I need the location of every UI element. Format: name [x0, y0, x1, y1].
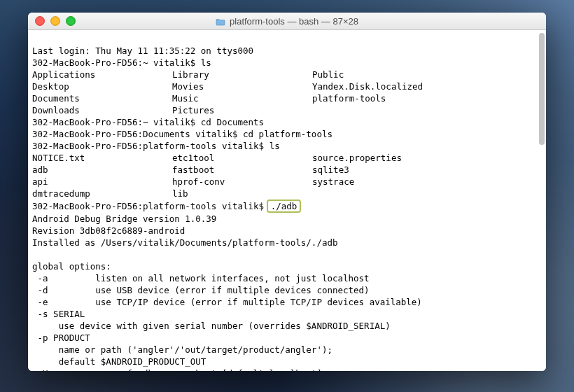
line-opt-p-desc1: name or path ('angler'/'out/target/produ… [32, 344, 332, 355]
line-opt-a: -a listen on all network interfaces, not… [32, 273, 370, 284]
line-adb-prompt-prefix: 302-MacBook-Pro-FD56:platform-tools vita… [32, 201, 270, 211]
title-rest: — bash — 87×28 [285, 16, 358, 27]
terminal-viewport[interactable]: Last login: Thu May 11 11:35:22 on ttys0… [28, 30, 546, 371]
scrollbar-thumb[interactable] [539, 33, 545, 145]
close-icon[interactable] [35, 16, 45, 26]
line-prompt-ls-home: 302-MacBook-Pro-FD56:~ vitalik$ ls [32, 57, 211, 68]
line-opt-p-desc2: default $ANDROID_PRODUCT_OUT [32, 356, 206, 367]
window-titlebar[interactable]: platform-tools — bash — 87×28 [28, 13, 546, 30]
scrollbar-track[interactable] [539, 33, 545, 368]
line-global-options-header: global options: [32, 261, 111, 272]
highlighted-command: ./adb [267, 200, 302, 213]
window-title: platform-tools — bash — 87×28 [28, 16, 546, 27]
line-opt-d: -d use USB device (error if multiple dev… [32, 285, 370, 295]
line-adb-version: Android Debug Bridge version 1.0.39 [32, 214, 216, 224]
line-prompt-ls-pt: 302-MacBook-Pro-FD56:platform-tools vita… [32, 141, 280, 151]
line-adb-revision: Revision 3db08f2c6889-android [32, 225, 185, 236]
zoom-icon[interactable] [66, 16, 76, 26]
line-opt-e: -e use TCP/IP device (error if multiple … [32, 297, 422, 307]
traffic-lights [28, 16, 76, 26]
ls-pt-output: NOTICE.txtetc1toolsource.properties [32, 152, 542, 164]
line-cd-documents: 302-MacBook-Pro-FD56:~ vitalik$ cd Docum… [32, 117, 264, 127]
line-last-login: Last login: Thu May 11 11:35:22 on ttys0… [32, 46, 253, 56]
line-opt-h: -H name of adb server host [default=loca… [32, 368, 322, 371]
title-folder: platform-tools [230, 16, 285, 27]
line-cd-platform-tools: 302-MacBook-Pro-FD56:Documents vitalik$ … [32, 129, 332, 139]
minimize-icon[interactable] [50, 16, 60, 26]
ls-home-output: ApplicationsLibraryPublic [32, 69, 542, 80]
line-opt-p: -p PRODUCT [32, 332, 90, 343]
line-adb-installed: Installed as /Users/vitalik/Documents/pl… [32, 237, 338, 248]
line-opt-s: -s SERIAL [32, 309, 85, 319]
line-opt-s-desc: use device with given serial number (ove… [32, 321, 391, 331]
desktop-wallpaper: platform-tools — bash — 87×28 Last login… [0, 0, 574, 392]
folder-icon [216, 18, 225, 25]
terminal-window: platform-tools — bash — 87×28 Last login… [28, 13, 546, 371]
